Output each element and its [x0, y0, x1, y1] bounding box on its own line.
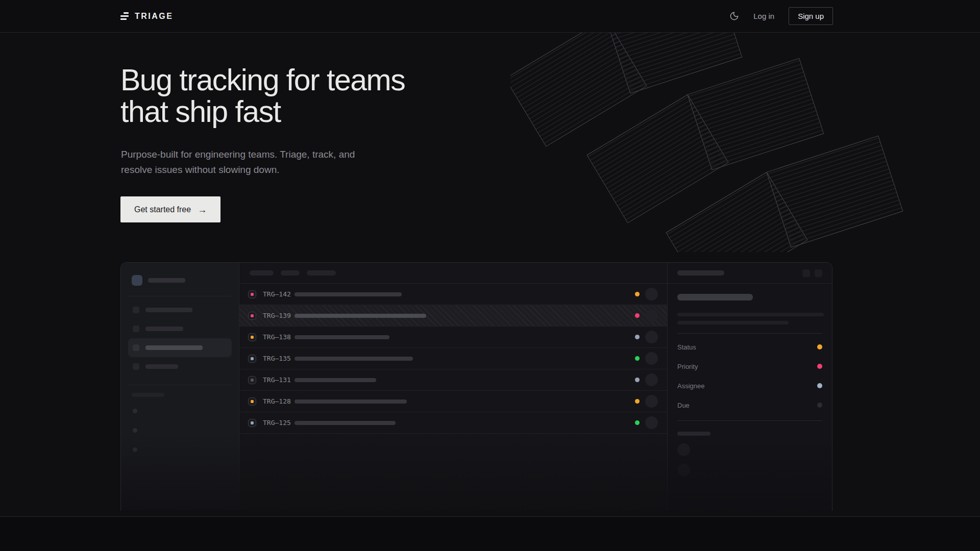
- detail-field-label: Priority: [677, 363, 698, 370]
- issue-title-skeleton: [295, 292, 402, 296]
- issue-type-icon: [248, 290, 256, 298]
- issue-id: TRG–128: [263, 397, 292, 405]
- brand[interactable]: TRIAGE: [120, 12, 173, 21]
- issue-title-skeleton: [295, 378, 376, 382]
- mockup-issue-list: TRG–142 TRG–139 TRG–138 TRG–135: [239, 263, 667, 511]
- issue-id: TRG–138: [263, 333, 292, 341]
- sidebar-nav-item-skeleton: [128, 338, 232, 357]
- detail-header: [668, 263, 832, 284]
- login-link[interactable]: Log in: [753, 12, 774, 20]
- sidebar-label-dots: [128, 409, 232, 452]
- app-mockup: TRG–142 TRG–139 TRG–138 TRG–135: [120, 262, 832, 511]
- issue-status-dot: [635, 399, 640, 404]
- issue-row: TRG–125: [239, 412, 667, 434]
- sidebar-label-dot: [133, 428, 137, 433]
- detail-field-value-dot: [817, 364, 822, 369]
- issue-type-icon: [248, 312, 256, 320]
- signup-button[interactable]: Sign up: [789, 7, 833, 25]
- sidebar-nav-icon-skeleton: [133, 325, 139, 332]
- detail-title-skeleton: [677, 294, 753, 300]
- issue-type-dot: [251, 421, 254, 424]
- issue-row: TRG–138: [239, 327, 667, 348]
- comment-avatar-skeleton: [677, 464, 690, 477]
- detail-field-value-dot: [817, 403, 822, 408]
- issue-title-skeleton: [295, 335, 389, 339]
- detail-description-skeleton: [677, 321, 789, 324]
- issue-status-dot: [635, 420, 640, 425]
- issue-row: TRG–128: [239, 391, 667, 412]
- detail-action-button-skeleton: [802, 269, 810, 277]
- sidebar-label-dot: [133, 409, 137, 413]
- page-title-line2: that ship fast: [120, 96, 980, 128]
- issue-id: TRG–125: [263, 419, 292, 427]
- get-started-label: Get started free: [134, 205, 191, 214]
- comment-avatar-skeleton: [677, 443, 690, 456]
- issue-type-dot: [251, 336, 254, 339]
- sidebar-nav-item-skeleton: [128, 357, 232, 376]
- hero-subtitle-line2: resolve issues without slowing down.: [121, 162, 980, 178]
- detail-label-skeleton: [677, 432, 710, 436]
- mockup-sidebar: [121, 263, 239, 511]
- detail-description-skeleton: [677, 313, 824, 316]
- hero-subtitle: Purpose-built for engineering teams. Tri…: [121, 147, 980, 178]
- issue-type-icon: [248, 355, 256, 363]
- page-title: Bug tracking for teams that ship fast: [120, 64, 980, 128]
- issue-title-skeleton: [295, 314, 426, 318]
- issue-type-icon: [248, 333, 256, 341]
- site-footer: [0, 517, 980, 550]
- issue-id: TRG–135: [263, 355, 292, 362]
- moon-icon: [729, 11, 739, 21]
- list-filter-pill-skeleton: [281, 270, 300, 276]
- issue-row: TRG–135: [239, 348, 667, 369]
- sidebar-nav-item-skeleton: [128, 319, 232, 338]
- detail-field-list: Status Priority Assignee Due: [677, 337, 822, 415]
- issue-type-dot: [251, 314, 254, 317]
- mockup-workspace-row: [132, 275, 232, 286]
- detail-field-value-dot: [817, 344, 822, 349]
- detail-field-row: Status: [677, 337, 822, 357]
- issue-type-dot: [251, 379, 254, 382]
- detail-field-row: Priority: [677, 357, 822, 376]
- theme-toggle-button[interactable]: [729, 11, 739, 21]
- detail-header-skeleton: [677, 270, 724, 276]
- get-started-button[interactable]: Get started free →: [120, 196, 220, 222]
- issue-avatar-skeleton: [645, 395, 658, 408]
- detail-divider: [677, 333, 822, 334]
- mockup-sidebar-nav: [128, 300, 232, 376]
- arrow-right-icon: →: [198, 205, 207, 214]
- detail-field-label: Assignee: [677, 382, 704, 390]
- issue-status-dot: [635, 356, 640, 361]
- sidebar-nav-label-skeleton: [145, 364, 178, 369]
- workspace-avatar-skeleton: [132, 275, 142, 286]
- detail-field-row: Due: [677, 395, 822, 415]
- issue-row: TRG–131: [239, 369, 667, 391]
- detail-divider: [677, 420, 822, 421]
- issue-type-dot: [251, 293, 254, 296]
- list-filter-pill-skeleton: [250, 270, 274, 276]
- site-header: TRIAGE Log in Sign up: [0, 0, 980, 33]
- issue-id: TRG–139: [263, 312, 292, 319]
- sidebar-divider: [128, 385, 232, 385]
- issue-type-icon: [248, 397, 256, 406]
- hero-subtitle-line1: Purpose-built for engineering teams. Tri…: [121, 147, 980, 162]
- header-nav: Log in Sign up: [729, 7, 833, 25]
- issue-row: TRG–139: [239, 305, 667, 327]
- triage-logo-icon: [120, 12, 129, 20]
- sidebar-divider: [128, 296, 232, 296]
- issue-title-skeleton: [295, 357, 413, 361]
- issue-status-dot: [635, 378, 640, 382]
- detail-field-label: Status: [677, 343, 696, 351]
- detail-action-button-skeleton: [815, 269, 822, 277]
- issue-type-dot: [251, 357, 254, 360]
- issue-avatar-skeleton: [645, 288, 658, 300]
- sidebar-nav-label-skeleton: [145, 308, 192, 312]
- issue-status-dot: [635, 292, 640, 296]
- issue-type-dot: [251, 400, 254, 403]
- issue-id: TRG–131: [263, 376, 292, 384]
- issue-row: TRG–142: [239, 284, 667, 305]
- workspace-name-skeleton: [148, 278, 185, 283]
- hero-section: Bug tracking for teams that ship fast Pu…: [0, 33, 980, 517]
- issue-type-icon: [248, 376, 256, 384]
- detail-field-value-dot: [817, 383, 822, 388]
- issue-id: TRG–142: [263, 290, 292, 298]
